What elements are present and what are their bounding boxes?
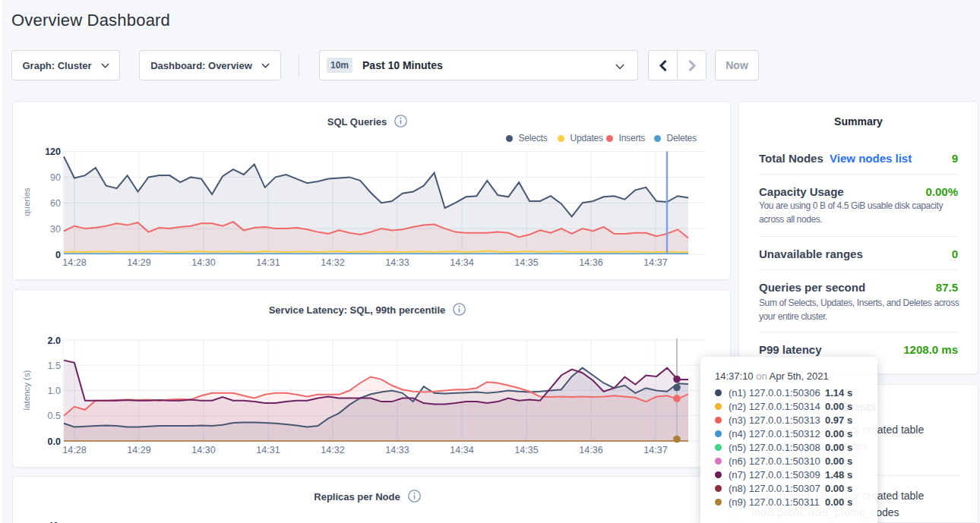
- svg-text:14:30: 14:30: [191, 445, 215, 455]
- svg-text:14:33: 14:33: [385, 445, 409, 455]
- svg-text:14:36: 14:36: [579, 257, 602, 268]
- svg-text:14:35: 14:35: [514, 257, 538, 268]
- svg-text:14:30: 14:30: [191, 257, 215, 268]
- svg-text:90: 90: [50, 172, 61, 183]
- svg-text:14:34: 14:34: [450, 257, 473, 268]
- svg-text:14:37: 14:37: [643, 445, 667, 455]
- svg-text:1.5: 1.5: [48, 361, 61, 371]
- svg-text:queries: queries: [22, 187, 31, 216]
- svg-text:14:31: 14:31: [256, 257, 280, 268]
- svg-text:2.0: 2.0: [48, 336, 61, 346]
- svg-text:1.0: 1.0: [48, 386, 61, 396]
- svg-text:60: 60: [50, 198, 61, 209]
- svg-text:120: 120: [45, 147, 61, 157]
- svg-text:14:28: 14:28: [62, 445, 86, 455]
- svg-text:14:36: 14:36: [579, 445, 602, 455]
- svg-text:14:31: 14:31: [256, 445, 280, 455]
- svg-text:0.0: 0.0: [48, 436, 61, 447]
- svg-text:0: 0: [55, 250, 61, 260]
- svg-text:14:28: 14:28: [62, 257, 86, 268]
- svg-text:30: 30: [50, 224, 61, 235]
- svg-text:14:32: 14:32: [321, 445, 344, 455]
- svg-text:14:33: 14:33: [385, 257, 409, 268]
- svg-text:latency (s): latency (s): [22, 370, 31, 410]
- svg-text:14:32: 14:32: [321, 257, 344, 268]
- svg-text:14:34: 14:34: [450, 445, 473, 455]
- svg-text:14:35: 14:35: [514, 445, 538, 455]
- svg-text:14:29: 14:29: [127, 257, 150, 268]
- svg-text:14:29: 14:29: [127, 445, 150, 455]
- svg-text:0.5: 0.5: [48, 411, 61, 421]
- svg-text:14:37: 14:37: [643, 257, 667, 268]
